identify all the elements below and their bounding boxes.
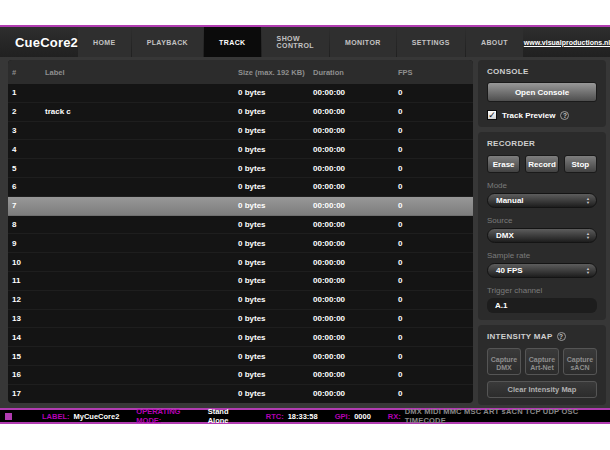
- table-row[interactable]: 110 bytes00:00:000: [8, 272, 473, 291]
- track-table-header: #LabelSize (max. 192 KB)DurationFPS: [8, 60, 473, 84]
- sample-rate-value: 40 FPS: [496, 266, 523, 275]
- tab-playback[interactable]: PLAYBACK: [132, 27, 203, 57]
- status-bar: LABEL: MyCueCore2 OPERATING MODE: Stand …: [0, 408, 610, 424]
- visualproductions-link[interactable]: www.visualproductions.nl: [524, 39, 610, 46]
- cell-dur: 00:00:00: [313, 295, 398, 304]
- table-row[interactable]: 70 bytes00:00:000: [8, 197, 473, 216]
- recorder-panel: RECORDER EraseRecordStop Mode Manual ▲▼ …: [478, 132, 606, 320]
- erase-button[interactable]: Erase: [487, 155, 520, 173]
- cell-size: 0 bytes: [238, 145, 313, 154]
- cell-dur: 00:00:00: [313, 239, 398, 248]
- cell-num: 12: [12, 295, 45, 304]
- main-area: #LabelSize (max. 192 KB)DurationFPS 10 b…: [0, 57, 610, 408]
- cell-size: 0 bytes: [238, 88, 313, 97]
- cell-num: 6: [12, 182, 45, 191]
- trigger-channel-input[interactable]: A.1: [487, 298, 597, 313]
- capture-art-net-button[interactable]: CaptureArt-Net: [525, 348, 559, 375]
- capture-sacn-button[interactable]: CapturesACN: [563, 348, 597, 375]
- cell-dur: 00:00:00: [313, 352, 398, 361]
- cell-num: 2: [12, 107, 45, 116]
- navbar: CueCore2 HOMEPLAYBACKTRACKSHOW CONTROLMO…: [0, 27, 610, 57]
- recorder-buttons: EraseRecordStop: [487, 155, 597, 173]
- cell-dur: 00:00:00: [313, 145, 398, 154]
- cell-num: 16: [12, 370, 45, 379]
- cell-dur: 00:00:00: [313, 107, 398, 116]
- tab-home[interactable]: HOME: [78, 27, 131, 57]
- cell-fps: 0: [398, 314, 473, 323]
- tab-monitor[interactable]: MONITOR: [330, 27, 396, 57]
- stepper-arrows-icon: ▲▼: [586, 267, 590, 273]
- cell-num: 10: [12, 258, 45, 267]
- cell-dur: 00:00:00: [313, 258, 398, 267]
- status-rx-key: RX:: [388, 412, 401, 421]
- cell-dur: 00:00:00: [313, 182, 398, 191]
- source-value: DMX: [496, 231, 514, 240]
- check-icon: ✓: [488, 111, 496, 120]
- record-button[interactable]: Record: [525, 155, 558, 173]
- table-row[interactable]: 160 bytes00:00:000: [8, 366, 473, 385]
- cell-size: 0 bytes: [238, 276, 313, 285]
- table-row[interactable]: 100 bytes00:00:000: [8, 253, 473, 272]
- table-row[interactable]: 2track c0 bytes00:00:000: [8, 103, 473, 122]
- stop-button[interactable]: Stop: [564, 155, 597, 173]
- cell-num: 15: [12, 352, 45, 361]
- mode-select[interactable]: Manual ▲▼: [487, 193, 597, 208]
- track-preview-checkbox[interactable]: ✓: [487, 110, 497, 120]
- tab-show-control[interactable]: SHOW CONTROL: [262, 27, 329, 57]
- tab-track[interactable]: TRACK: [204, 27, 261, 57]
- intensity-map-title: INTENSITY MAP ?: [487, 332, 597, 341]
- intensity-map-panel: INTENSITY MAP ? CaptureDMXCaptureArt-Net…: [478, 325, 606, 405]
- track-preview-toggle[interactable]: ✓ Track Preview ?: [487, 110, 597, 120]
- cell-size: 0 bytes: [238, 389, 313, 398]
- intensity-map-help-icon[interactable]: ?: [557, 332, 566, 341]
- capture-dmx-button[interactable]: CaptureDMX: [487, 348, 521, 375]
- recorder-title: RECORDER: [487, 139, 597, 148]
- cell-dur: 00:00:00: [313, 201, 398, 210]
- table-row[interactable]: 30 bytes00:00:000: [8, 122, 473, 141]
- table-row[interactable]: 80 bytes00:00:000: [8, 216, 473, 235]
- page: CueCore2 HOMEPLAYBACKTRACKSHOW CONTROLMO…: [0, 0, 610, 450]
- cell-fps: 0: [398, 126, 473, 135]
- nav-tabs: HOMEPLAYBACKTRACKSHOW CONTROLMONITORSETT…: [78, 27, 524, 57]
- cell-size: 0 bytes: [238, 333, 313, 342]
- source-select[interactable]: DMX ▲▼: [487, 228, 597, 243]
- track-table: #LabelSize (max. 192 KB)DurationFPS 10 b…: [8, 60, 473, 403]
- cell-num: 17: [12, 389, 45, 398]
- table-row[interactable]: 130 bytes00:00:000: [8, 310, 473, 329]
- table-row[interactable]: 170 bytes00:00:000: [8, 385, 473, 403]
- column-header-fps: FPS: [398, 68, 473, 77]
- column-header-size: Size (max. 192 KB): [238, 68, 313, 77]
- column-header--: #: [12, 68, 45, 77]
- track-preview-help-icon[interactable]: ?: [560, 111, 569, 120]
- cell-num: 13: [12, 314, 45, 323]
- status-rtc-key: RTC:: [266, 412, 284, 421]
- cell-fps: 0: [398, 220, 473, 229]
- table-row[interactable]: 10 bytes00:00:000: [8, 84, 473, 103]
- cell-dur: 00:00:00: [313, 220, 398, 229]
- table-row[interactable]: 90 bytes00:00:000: [8, 234, 473, 253]
- status-mode-key: OPERATING MODE:: [136, 407, 203, 425]
- cell-fps: 0: [398, 295, 473, 304]
- table-row[interactable]: 40 bytes00:00:000: [8, 140, 473, 159]
- clear-intensity-map-button[interactable]: Clear Intensity Map: [487, 381, 597, 398]
- cell-num: 7: [12, 201, 45, 210]
- open-console-button[interactable]: Open Console: [487, 82, 597, 102]
- cell-dur: 00:00:00: [313, 314, 398, 323]
- status-label-key: LABEL:: [42, 412, 70, 421]
- status-rtc-value: 18:33:58: [288, 412, 318, 421]
- cell-num: 1: [12, 88, 45, 97]
- cell-size: 0 bytes: [238, 126, 313, 135]
- cell-dur: 00:00:00: [313, 389, 398, 398]
- status-gpi-value: 0000: [354, 412, 371, 421]
- tab-settings[interactable]: SETTINGS: [397, 27, 465, 57]
- sample-rate-select[interactable]: 40 FPS ▲▼: [487, 263, 597, 278]
- table-row[interactable]: 50 bytes00:00:000: [8, 159, 473, 178]
- table-row[interactable]: 120 bytes00:00:000: [8, 291, 473, 310]
- table-row[interactable]: 60 bytes00:00:000: [8, 178, 473, 197]
- table-row[interactable]: 140 bytes00:00:000: [8, 328, 473, 347]
- cell-size: 0 bytes: [238, 164, 313, 173]
- tab-about[interactable]: ABOUT: [466, 27, 523, 57]
- cell-num: 9: [12, 239, 45, 248]
- cell-num: 8: [12, 220, 45, 229]
- table-row[interactable]: 150 bytes00:00:000: [8, 347, 473, 366]
